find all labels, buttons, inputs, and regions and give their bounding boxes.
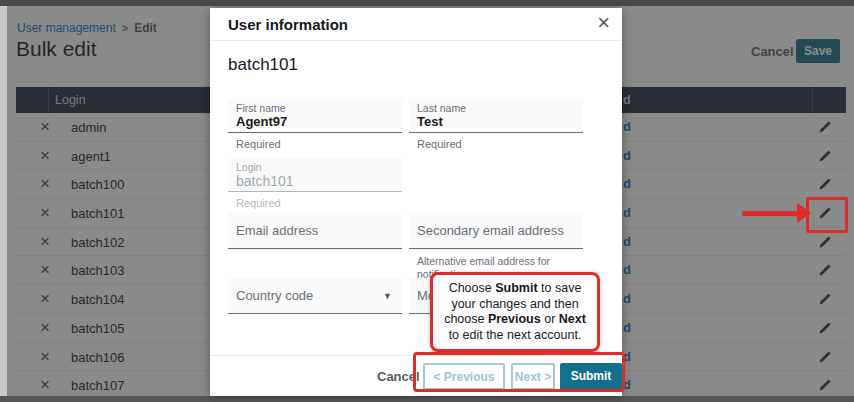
first-name-label: First name bbox=[236, 102, 286, 114]
country-code-placeholder: Country code bbox=[236, 278, 313, 314]
screen: User management>Edit Bulk edit Cancel Sa… bbox=[0, 0, 854, 402]
last-name-label: Last name bbox=[417, 102, 466, 114]
first-name-value: Agent97 bbox=[236, 114, 287, 129]
last-name-value: Test bbox=[417, 114, 443, 129]
modal-header: User information × bbox=[210, 8, 622, 41]
chevron-down-icon: ▼ bbox=[383, 291, 392, 301]
annotation-arrow bbox=[742, 211, 798, 216]
annotation-box-footer-buttons bbox=[413, 352, 625, 392]
email-field[interactable]: Email address bbox=[228, 213, 402, 249]
last-name-required-text: Required bbox=[417, 138, 462, 150]
login-required-text: Required bbox=[236, 197, 281, 209]
login-field: Login batch101 bbox=[228, 158, 402, 192]
first-name-field[interactable]: First name Agent97 bbox=[228, 99, 402, 133]
login-label: Login bbox=[236, 161, 262, 173]
close-icon[interactable]: × bbox=[597, 10, 610, 36]
annotation-callout: Choose Submit to save your changes and t… bbox=[430, 272, 600, 352]
secondary-email-placeholder: Secondary email address bbox=[417, 213, 564, 249]
country-code-select[interactable]: Country code ▼ bbox=[228, 278, 402, 314]
last-name-field[interactable]: Last name Test bbox=[409, 99, 583, 133]
left-edge-strip bbox=[0, 6, 7, 396]
user-information-modal: User information × batch101 First name A… bbox=[210, 8, 622, 396]
annotation-box-edit-icon bbox=[806, 197, 848, 233]
modal-title: User information bbox=[228, 16, 348, 33]
email-placeholder: Email address bbox=[236, 213, 318, 249]
login-value: batch101 bbox=[236, 173, 294, 189]
first-name-required-text: Required bbox=[236, 138, 281, 150]
modal-subtitle: batch101 bbox=[228, 55, 298, 75]
secondary-email-field[interactable]: Secondary email address bbox=[409, 213, 583, 249]
bottom-edge-strip bbox=[0, 396, 854, 402]
top-edge-strip bbox=[0, 0, 854, 6]
